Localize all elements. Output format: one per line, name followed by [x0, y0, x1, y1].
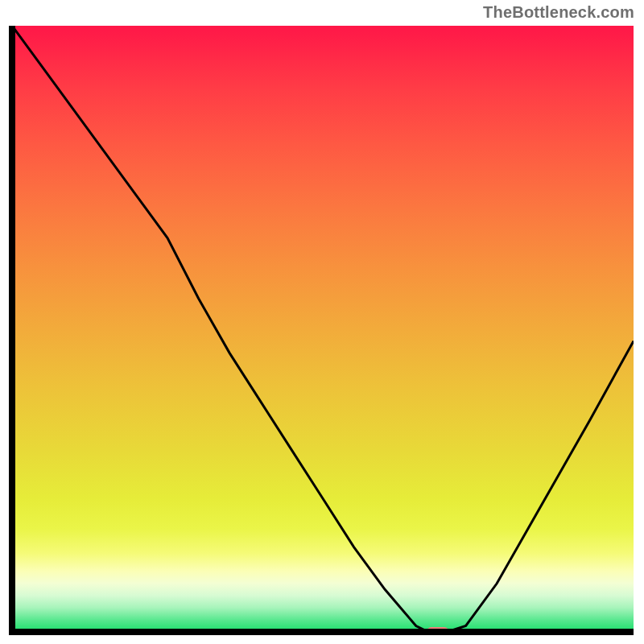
gradient-background — [12, 26, 634, 632]
chart-container: TheBottleneck.com — [0, 0, 644, 644]
bottleneck-plot — [0, 0, 644, 644]
watermark-text: TheBottleneck.com — [483, 3, 634, 22]
